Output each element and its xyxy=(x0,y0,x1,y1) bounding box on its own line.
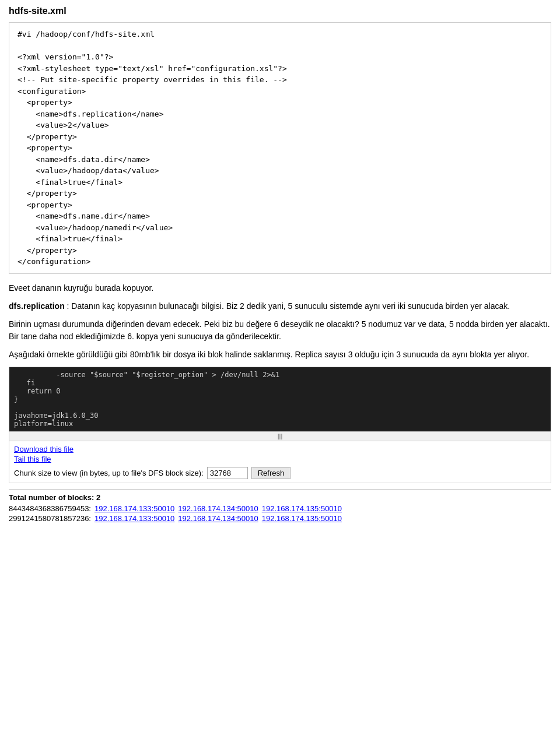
total-blocks-label: Total number of blocks: 2 xyxy=(9,493,551,502)
block-link[interactable]: 192.168.174.134:50010 xyxy=(178,504,258,513)
file-viewer: -source "$source" "$register_option" > /… xyxy=(9,367,551,483)
block-row: 2991241580781857236:192.168.174.133:5001… xyxy=(9,514,551,523)
page-title: hdfs-site.xml xyxy=(9,6,551,16)
download-link[interactable]: Download this file xyxy=(14,445,546,453)
file-content: -source "$source" "$register_option" > /… xyxy=(9,367,551,431)
chunk-row: Chunk size to view (in bytes, up to file… xyxy=(14,467,546,479)
block-rows: 8443484368386759453:192.168.174.133:5001… xyxy=(9,504,551,523)
prose-para2-rest: : Datanın kaç kopyasının bulunacağı bilg… xyxy=(65,301,510,311)
block-link[interactable]: 192.168.174.135:50010 xyxy=(262,504,342,513)
chunk-label: Chunk size to view (in bytes, up to file… xyxy=(14,469,204,477)
block-link[interactable]: 192.168.174.135:50010 xyxy=(262,514,342,523)
code-block: #vi /hadoop/conf/hdfs-site.xml <?xml ver… xyxy=(9,22,551,274)
block-id: 2991241580781857236: xyxy=(9,514,91,523)
prose-para3: Birinin uçması durumunda diğerinden deva… xyxy=(9,318,551,343)
block-link[interactable]: 192.168.174.133:50010 xyxy=(94,514,174,523)
tail-link[interactable]: Tail this file xyxy=(14,455,546,463)
prose-section: Eveet dananın kuyruğu burada kopuyor. df… xyxy=(9,282,551,361)
block-link[interactable]: 192.168.174.133:50010 xyxy=(94,504,174,513)
refresh-button[interactable]: Refresh xyxy=(251,467,291,479)
scrollbar-indicator: ||| xyxy=(278,432,283,439)
prose-para2-bold: dfs.replication xyxy=(9,301,65,311)
blocks-section: Total number of blocks: 2 84434843683867… xyxy=(9,489,551,523)
chunk-input[interactable] xyxy=(207,467,248,479)
prose-para1: Eveet dananın kuyruğu burada kopuyor. xyxy=(9,282,551,294)
file-content-pre: -source "$source" "$register_option" > /… xyxy=(14,371,546,428)
prose-para4: Aşağıdaki örnekte görüldüğü gibi 80mb'lı… xyxy=(9,349,551,361)
block-link[interactable]: 192.168.174.134:50010 xyxy=(178,514,258,523)
block-row: 8443484368386759453:192.168.174.133:5001… xyxy=(9,504,551,513)
scrollbar[interactable]: ||| xyxy=(9,431,551,441)
block-id: 8443484368386759453: xyxy=(9,504,91,513)
prose-para2: dfs.replication : Datanın kaç kopyasının… xyxy=(9,300,551,312)
file-viewer-footer: Download this file Tail this file Chunk … xyxy=(9,441,551,483)
